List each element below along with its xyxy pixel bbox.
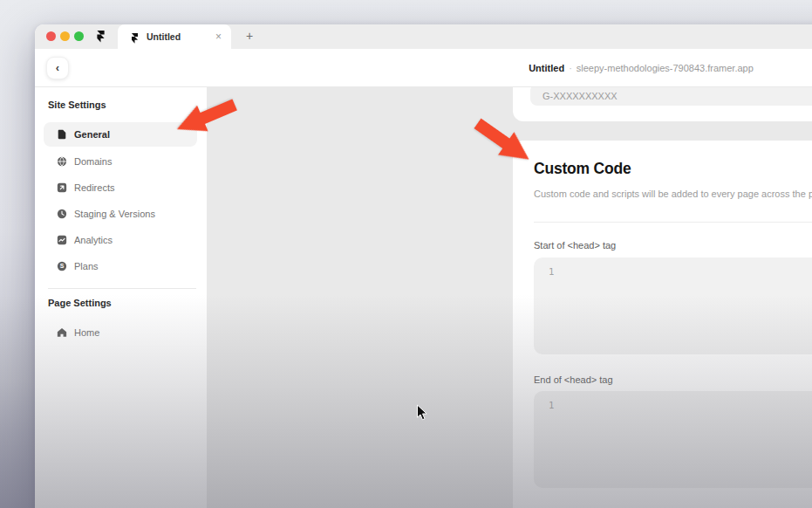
globe-icon <box>57 156 67 167</box>
sidebar-item-label: Domains <box>74 156 112 167</box>
sidebar-item-label: General <box>74 129 110 140</box>
app-header: Untitled · sleepy-methodologies-790843.f… <box>35 49 812 87</box>
sidebar-item-domains[interactable]: Domains <box>44 149 197 174</box>
back-button[interactable]: ‹ <box>46 57 69 79</box>
home-icon <box>57 327 67 338</box>
zoom-window-button[interactable] <box>74 31 84 41</box>
start-head-label: Start of <head> tag <box>534 240 616 251</box>
close-window-button[interactable] <box>46 31 56 41</box>
site-settings-panel: G-XXXXXXXXXX Custom Code Custom code and… <box>513 87 812 508</box>
section-divider <box>534 222 812 223</box>
page-settings-header: Page Settings <box>48 298 112 308</box>
sidebar-item-general[interactable]: General <box>44 122 197 147</box>
project-domain: sleepy-methodologies-790843.framer.app <box>577 63 754 73</box>
sidebar-item-label: Home <box>74 327 99 338</box>
editor-line-number: 1 <box>549 266 554 277</box>
framer-tab-icon <box>131 31 139 42</box>
sidebar-divider <box>48 288 196 289</box>
framer-logo-icon <box>96 31 106 43</box>
plans-icon: S <box>57 261 67 271</box>
sidebar-item-home[interactable]: Home <box>44 320 197 345</box>
sidebar-item-label: Plans <box>74 261 99 271</box>
end-head-editor[interactable]: 1 <box>534 391 812 488</box>
editor-line-number: 1 <box>549 400 554 410</box>
clock-icon <box>57 209 67 219</box>
minimize-window-button[interactable] <box>60 31 70 41</box>
sidebar-item-label: Redirects <box>74 182 114 193</box>
custom-code-card: Custom Code Custom code and scripts will… <box>513 141 812 508</box>
close-tab-icon[interactable]: × <box>215 31 222 42</box>
custom-code-description: Custom code and scripts will be added to… <box>534 189 812 199</box>
mouse-cursor-icon <box>416 404 428 422</box>
screenshot-stage: Untitled × + Untitled · sleepy-methodolo… <box>0 0 812 508</box>
new-tab-button[interactable]: + <box>242 30 256 44</box>
end-head-label: End of <head> tag <box>534 374 613 385</box>
project-title: Untitled · sleepy-methodologies-790843.f… <box>35 49 812 87</box>
title-separator: · <box>569 63 572 73</box>
sidebar-item-plans[interactable]: S Plans <box>44 254 197 278</box>
sidebar-item-analytics[interactable]: Analytics <box>44 228 197 252</box>
browser-tab-bar: Untitled × + <box>35 24 812 49</box>
sidebar-item-label: Staging & Versions <box>74 209 155 219</box>
custom-code-title: Custom Code <box>534 160 631 178</box>
tab-title: Untitled <box>147 31 181 42</box>
framer-app-window: Untitled × + Untitled · sleepy-methodolo… <box>35 24 812 508</box>
site-settings-header: Site Settings <box>48 100 106 110</box>
analytics-icon <box>57 235 67 245</box>
sidebar-item-staging-versions[interactable]: Staging & Versions <box>44 202 197 226</box>
page-icon <box>57 129 67 140</box>
project-name: Untitled <box>529 63 564 73</box>
redirect-icon <box>57 182 67 193</box>
google-analytics-input[interactable]: G-XXXXXXXXXX <box>530 87 812 106</box>
analytics-card: G-XXXXXXXXXX <box>513 87 812 121</box>
sidebar-item-redirects[interactable]: Redirects <box>44 175 197 200</box>
start-head-editor[interactable]: 1 <box>534 257 812 354</box>
settings-sidebar: Site Settings General Domains <box>35 87 207 508</box>
svg-text:S: S <box>60 263 65 269</box>
sidebar-item-label: Analytics <box>74 235 113 245</box>
window-body: Site Settings General Domains <box>35 87 812 508</box>
tab-untitled[interactable]: Untitled × <box>118 24 231 49</box>
